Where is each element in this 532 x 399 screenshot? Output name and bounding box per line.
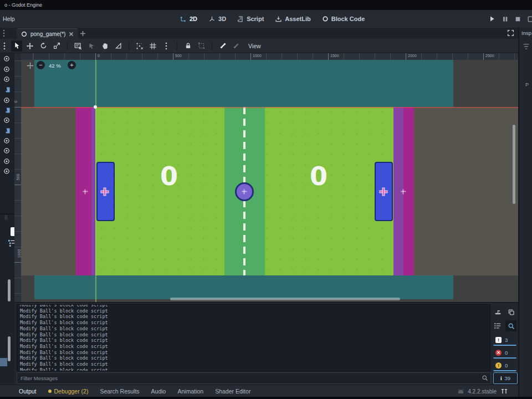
collapse-duplicates-icon[interactable] — [492, 320, 503, 331]
update-arrows-icon[interactable] — [500, 388, 508, 395]
scene-tab-pong-game[interactable]: pong_game(*) — [17, 28, 78, 39]
group-icon[interactable] — [196, 40, 207, 52]
dock-scrollbar[interactable] — [8, 279, 11, 301]
right-wall-position-gizmo[interactable] — [401, 190, 406, 195]
scene-tab-label: pong_game(*) — [30, 31, 65, 37]
console-line: Modify Ball's block code script — [20, 320, 490, 326]
rotate-tool-icon[interactable] — [38, 40, 49, 52]
scale-tool-icon[interactable] — [51, 40, 62, 52]
tab-audio[interactable]: Audio — [151, 388, 166, 395]
visibility-eye-icon[interactable] — [2, 167, 11, 176]
console-line: Modify Ball's block code script — [20, 304, 490, 308]
console-line: Modify Ball's block code script — [20, 308, 490, 314]
workspace-assetlib-button[interactable]: AssetLib — [272, 14, 314, 24]
visibility-eye-icon[interactable] — [2, 146, 11, 155]
expand-editor-icon[interactable] — [507, 29, 514, 37]
inspector-filter-icon[interactable] — [523, 43, 530, 50]
play-icon[interactable] — [489, 16, 495, 22]
console-line: Modify Ball's block code script — [20, 361, 490, 367]
visibility-eye-icon[interactable] — [2, 96, 11, 105]
zoom-in-button[interactable]: + — [68, 61, 76, 69]
filter-messages-input[interactable] — [17, 372, 491, 384]
workspace-3d-button[interactable]: 3D — [205, 14, 229, 24]
tab-animation[interactable]: Animation — [177, 388, 203, 395]
attached-script-icon[interactable] — [3, 106, 12, 115]
clear-output-icon[interactable] — [492, 306, 503, 318]
select-tool-icon[interactable] — [11, 40, 22, 52]
center-view-crosshair-icon[interactable] — [27, 62, 34, 69]
add-scene-tab-icon[interactable] — [80, 30, 86, 37]
ruler-corner — [14, 53, 21, 60]
messages-filter-toggle[interactable]: ! 3 — [493, 335, 516, 346]
skeleton-options-icon[interactable] — [231, 40, 242, 52]
tab-list-kebab-icon[interactable] — [3, 29, 5, 37]
menu-help[interactable]: Help — [3, 16, 15, 22]
inspector-dock-label[interactable]: Insp — [521, 30, 531, 36]
list-select-tool-icon[interactable] — [73, 40, 84, 52]
show-search-icon[interactable] — [505, 320, 516, 331]
tab-debugger[interactable]: Debugger (2) — [48, 388, 89, 395]
visibility-eye-icon[interactable] — [2, 65, 11, 74]
dock-scrollbar[interactable] — [8, 336, 11, 361]
visibility-eye-icon[interactable] — [2, 136, 11, 145]
godot-editor-window: o - Godot Engine Help 2D 3D Script Asset… — [0, 0, 532, 399]
messages-count: 3 — [505, 337, 508, 343]
console-line: Modify Ball's block code script — [20, 367, 490, 371]
warnings-filter-toggle[interactable]: ! 0 — [493, 361, 516, 371]
toolbar-kebab-icon[interactable] — [3, 42, 6, 50]
horizontal-scrollbar[interactable] — [170, 298, 400, 300]
attached-script-icon[interactable] — [3, 126, 12, 135]
viewport[interactable]: 0 0 − 42 % + — [21, 60, 518, 302]
total-message-count[interactable]: i 39 — [493, 372, 518, 384]
left-paddle-position-gizmo[interactable] — [101, 188, 109, 196]
dock-resize-grip[interactable]: ⣿ — [4, 215, 8, 220]
vertical-scrollbar[interactable] — [513, 125, 515, 204]
left-wall-position-gizmo[interactable] — [83, 190, 88, 195]
view-menu-button[interactable]: View — [244, 42, 265, 50]
move-tool-icon[interactable] — [24, 40, 35, 52]
window-title: o - Godot Engine — [4, 2, 42, 8]
message-badge-icon: ! — [495, 337, 502, 343]
workspace-2d-button[interactable]: 2D — [176, 14, 201, 24]
toolbar-separator — [67, 42, 68, 50]
dock-corner-swatch — [0, 358, 7, 366]
tab-close-icon[interactable] — [69, 32, 74, 37]
console-line: Modify Ball's block code script — [20, 344, 490, 350]
pause-icon[interactable] — [502, 16, 508, 22]
ruler-tool-icon[interactable] — [112, 40, 124, 52]
lock-icon[interactable] — [182, 40, 193, 52]
visibility-eye-icon[interactable] — [2, 116, 11, 125]
console-line: Modify Ball's block code script — [20, 332, 490, 338]
error-badge-icon: ✕ — [495, 350, 502, 356]
warning-badge-icon: ! — [495, 362, 502, 369]
errors-filter-toggle[interactable]: ✕ 0 — [493, 348, 516, 359]
zoom-out-button[interactable]: − — [37, 61, 45, 69]
selectable-nodes-icon[interactable] — [86, 40, 97, 52]
tab-output[interactable]: Output — [19, 388, 37, 395]
grid-snap-icon[interactable] — [147, 40, 158, 52]
visibility-eye-icon[interactable] — [2, 157, 11, 166]
snap-options-kebab-icon[interactable] — [161, 40, 172, 52]
skeleton-bone-icon[interactable] — [217, 40, 228, 52]
right-score-label: 0 — [310, 161, 328, 191]
2d-icon — [180, 16, 187, 23]
workspace-script-button[interactable]: Script — [234, 14, 267, 24]
ball-position-gizmo[interactable] — [242, 190, 247, 195]
visibility-eye-icon[interactable] — [2, 54, 11, 63]
zoom-level-label[interactable]: 42 % — [49, 63, 61, 69]
output-console[interactable]: Modify Ball's block code script Modify B… — [17, 304, 490, 371]
workspace-blockcode-button[interactable]: Block Code — [319, 14, 369, 24]
attached-script-icon[interactable] — [3, 85, 12, 94]
smart-snap-icon[interactable] — [134, 40, 145, 52]
tab-shader-editor[interactable]: Shader Editor — [215, 388, 250, 395]
right-paddle-position-gizmo[interactable] — [380, 188, 387, 196]
copy-output-icon[interactable] — [505, 306, 516, 318]
stop-icon[interactable] — [515, 16, 521, 22]
toolbar-separator — [212, 42, 212, 50]
movie-mode-icon[interactable] — [528, 16, 532, 23]
tab-search-results[interactable]: Search Results — [100, 388, 139, 395]
visibility-eye-icon[interactable] — [2, 75, 11, 84]
console-line: Modify Ball's block code script — [20, 314, 490, 320]
total-count-value: 39 — [505, 375, 511, 381]
pan-tool-icon[interactable] — [99, 40, 110, 52]
